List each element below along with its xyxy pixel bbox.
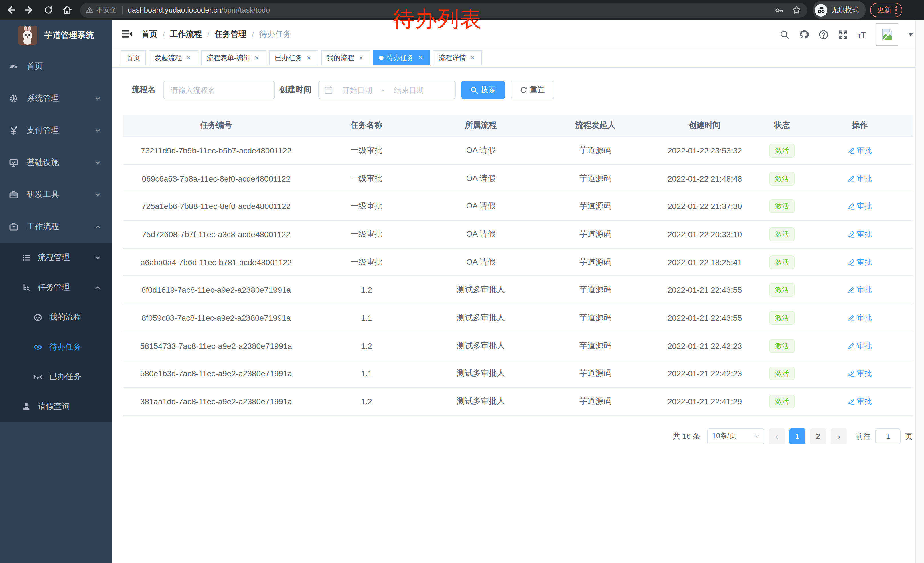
tab-label: 发起流程 (154, 51, 182, 65)
cell-process: OA 请假 (424, 146, 538, 156)
sidebar-item-label: 工作流程 (27, 222, 59, 232)
table-row: 725a1eb6-7b88-11ec-8ef0-acde48001122 一级审… (123, 193, 912, 221)
sidebar-item-process-management[interactable]: 流程管理 (0, 243, 112, 273)
sidebar-item-infrastructure[interactable]: 基础设施 (0, 147, 112, 179)
close-icon[interactable]: × (253, 54, 261, 62)
sidebar-item-task-management[interactable]: 任务管理 (0, 273, 112, 302)
date-range-picker[interactable]: - (318, 81, 456, 99)
not-secure-badge[interactable]: 不安全 (86, 5, 117, 15)
home-icon[interactable] (62, 5, 72, 15)
reload-icon[interactable] (44, 5, 53, 15)
edit-icon (848, 398, 855, 405)
close-icon[interactable]: × (185, 54, 192, 62)
goto-page-input[interactable] (875, 428, 900, 444)
approve-link[interactable]: 审批 (848, 201, 872, 211)
sidebar-item-todo-tasks[interactable]: 待办任务 (0, 332, 112, 362)
sidebar-item-done-tasks[interactable]: 已办任务 (0, 362, 112, 392)
cell-task-id: 73211d9d-7b9b-11ec-b5b7-acde48001122 (123, 146, 309, 155)
sidebar-item-label: 支付管理 (27, 125, 59, 136)
table-row: 75d72608-7b7f-11ec-a3c8-acde48001122 一级审… (123, 221, 912, 248)
breadcrumb-task-management[interactable]: 任务管理 (214, 29, 247, 39)
search-button[interactable]: 搜索 (461, 81, 505, 99)
table-row: 381aa1dd-7ac8-11ec-a9e2-a2380e71991a 1.2… (123, 388, 912, 416)
cell-task-id: 58154733-7ac8-11ec-a9e2-a2380e71991a (123, 341, 309, 350)
tab-todo-tasks[interactable]: 待办任务× (373, 50, 430, 65)
sidebar-item-workflow[interactable]: 工作流程 (0, 211, 112, 243)
status-badge: 激活 (770, 255, 795, 269)
sidebar-item-leave-query[interactable]: 请假查询 (0, 392, 112, 422)
breadcrumb-separator: / (252, 30, 254, 39)
approve-link[interactable]: 审批 (848, 313, 872, 323)
update-menu-button[interactable]: 更新 (870, 3, 902, 17)
close-icon[interactable]: × (305, 54, 313, 62)
sidebar-item-my-process[interactable]: 我的流程 (0, 302, 112, 332)
breadcrumb-home[interactable]: 首页 (141, 29, 158, 39)
github-icon[interactable] (799, 30, 808, 39)
search-icon[interactable] (780, 30, 789, 39)
sidebar-item-label: 研发工具 (27, 189, 59, 200)
close-icon[interactable]: × (357, 54, 364, 62)
help-icon[interactable] (818, 30, 828, 39)
tab-process-detail[interactable]: 流程详情× (433, 50, 482, 65)
breadcrumb-workflow[interactable]: 工作流程 (170, 29, 202, 39)
page-button-1[interactable]: 1 (789, 428, 806, 444)
end-date-input[interactable] (388, 86, 430, 94)
pagination: 共 16 条 10条/页 ‹ 1 2 › 前往 页 (123, 428, 912, 444)
search-button-label: 搜索 (481, 85, 496, 95)
list-icon (22, 253, 31, 262)
sidebar-item-dev-tools[interactable]: 研发工具 (0, 179, 112, 211)
cell-process: 测试多审批人 (424, 341, 538, 351)
cell-status: 激活 (757, 311, 807, 325)
forward-icon[interactable] (25, 5, 34, 15)
approve-link[interactable]: 审批 (848, 396, 872, 407)
approve-link[interactable]: 审批 (848, 229, 872, 239)
next-page-button[interactable]: › (831, 428, 847, 444)
tab-done-tasks[interactable]: 已办任务× (269, 50, 318, 65)
avatar[interactable] (876, 23, 898, 45)
page-button-2[interactable]: 2 (810, 428, 826, 444)
approve-link[interactable]: 审批 (848, 341, 872, 351)
monitor-icon (9, 158, 18, 167)
font-size-icon[interactable]: TT (857, 30, 866, 39)
status-badge: 激活 (770, 144, 795, 158)
fullscreen-icon[interactable] (838, 30, 848, 39)
close-icon[interactable]: × (417, 54, 424, 62)
prev-page-button[interactable]: ‹ (769, 428, 785, 444)
approve-link[interactable]: 审批 (848, 369, 872, 379)
cell-actions: 审批 (807, 369, 912, 379)
tab-process-form-edit[interactable]: 流程表单-编辑× (201, 50, 266, 65)
start-date-input[interactable] (336, 86, 378, 94)
sidebar: 芋道管理系统 首页 系统管理 支付管理 基础设施 研发工具 工作流 (0, 20, 112, 563)
bookmark-star-icon[interactable] (792, 5, 801, 15)
cell-actions: 审批 (807, 396, 912, 407)
cell-status: 激活 (757, 367, 807, 381)
approve-link[interactable]: 审批 (848, 285, 872, 295)
status-badge: 激活 (770, 395, 795, 408)
app-logo-row[interactable]: 芋道管理系统 (0, 20, 112, 50)
tab-my-process[interactable]: 我的流程× (321, 50, 370, 65)
approve-link[interactable]: 审批 (848, 146, 872, 156)
close-icon[interactable]: × (469, 54, 476, 62)
cell-task-name: 一级审批 (309, 257, 424, 267)
back-icon[interactable] (6, 5, 15, 15)
sidebar-item-system[interactable]: 系统管理 (0, 83, 112, 114)
process-name-input[interactable] (163, 81, 275, 99)
tab-start-process[interactable]: 发起流程× (149, 50, 198, 65)
avatar-dropdown-icon[interactable] (908, 33, 914, 36)
browser-menu-icon[interactable] (896, 6, 897, 14)
page-scrollbar[interactable] (915, 20, 924, 563)
key-icon[interactable] (775, 6, 784, 15)
approve-link[interactable]: 审批 (848, 173, 872, 183)
browser-window: 待办列表 不安全 dashboard.yudao.iocoder.cn/bpm/… (0, 0, 924, 563)
page-size-select[interactable]: 10条/页 (707, 428, 764, 444)
approve-link[interactable]: 审批 (848, 257, 872, 267)
sidebar-collapse-icon[interactable] (122, 29, 132, 39)
cell-initiator: 芋道源码 (538, 146, 652, 156)
sidebar-item-label: 已办任务 (49, 372, 81, 382)
sidebar-item-payment[interactable]: 支付管理 (0, 114, 112, 147)
sidebar-item-home[interactable]: 首页 (0, 50, 112, 83)
reset-button[interactable]: 重置 (511, 81, 554, 99)
chevron-down-icon (95, 96, 101, 101)
tab-home[interactable]: 首页 (121, 50, 146, 65)
cell-task-id: 75d72608-7b7f-11ec-a3c8-acde48001122 (123, 230, 309, 239)
